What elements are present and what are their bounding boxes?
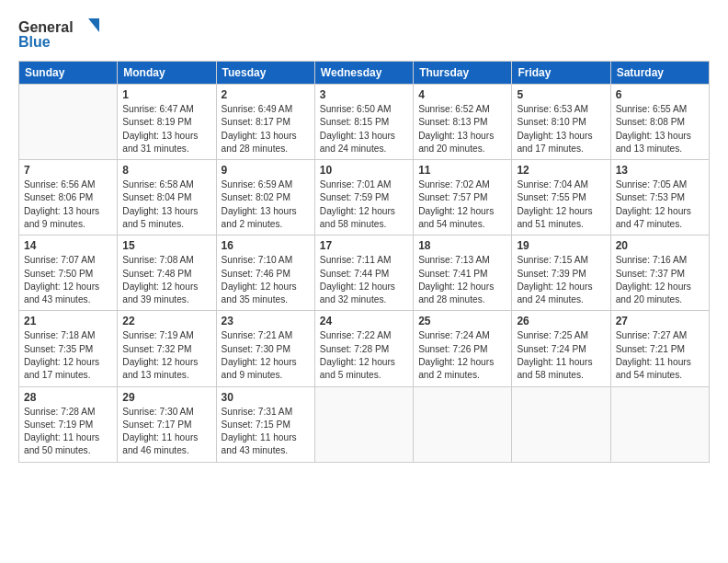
- calendar-cell: 3Sunrise: 6:50 AMSunset: 8:15 PMDaylight…: [314, 85, 413, 160]
- day-number: 14: [24, 239, 112, 252]
- day-info: Sunrise: 7:10 AMSunset: 7:46 PMDaylight:…: [222, 254, 310, 306]
- col-header-thursday: Thursday: [414, 62, 512, 85]
- calendar-cell: 11Sunrise: 7:02 AMSunset: 7:57 PMDayligh…: [414, 160, 512, 236]
- day-number: 15: [122, 239, 210, 252]
- day-number: 16: [222, 239, 310, 252]
- day-info: Sunrise: 6:59 AMSunset: 8:02 PMDaylight:…: [222, 178, 310, 231]
- calendar-cell: 14Sunrise: 7:07 AMSunset: 7:50 PMDayligh…: [19, 236, 118, 311]
- calendar-cell: [512, 386, 610, 462]
- day-number: 11: [418, 164, 506, 177]
- day-number: 7: [24, 164, 112, 177]
- day-number: 1: [122, 88, 210, 101]
- calendar-cell: 5Sunrise: 6:53 AMSunset: 8:10 PMDaylight…: [512, 85, 610, 160]
- day-info: Sunrise: 7:13 AMSunset: 7:41 PMDaylight:…: [418, 254, 506, 306]
- day-info: Sunrise: 7:04 AMSunset: 7:55 PMDaylight:…: [517, 178, 605, 231]
- day-info: Sunrise: 6:56 AMSunset: 8:06 PMDaylight:…: [24, 178, 112, 231]
- calendar-cell: 12Sunrise: 7:04 AMSunset: 7:55 PMDayligh…: [512, 160, 610, 236]
- calendar-cell: 10Sunrise: 7:01 AMSunset: 7:59 PMDayligh…: [314, 160, 413, 236]
- day-number: 6: [616, 88, 704, 101]
- day-number: 13: [616, 164, 704, 177]
- day-info: Sunrise: 7:15 AMSunset: 7:39 PMDaylight:…: [517, 254, 605, 306]
- day-info: Sunrise: 7:28 AMSunset: 7:19 PMDaylight:…: [24, 406, 112, 458]
- calendar-cell: 26Sunrise: 7:25 AMSunset: 7:24 PMDayligh…: [512, 311, 610, 386]
- calendar-cell: [19, 85, 118, 160]
- calendar-cell: 21Sunrise: 7:18 AMSunset: 7:35 PMDayligh…: [19, 311, 118, 386]
- svg-marker-1: [88, 18, 99, 32]
- calendar-cell: 4Sunrise: 6:52 AMSunset: 8:13 PMDaylight…: [414, 85, 512, 160]
- col-header-monday: Monday: [118, 62, 216, 85]
- calendar-cell: 24Sunrise: 7:22 AMSunset: 7:28 PMDayligh…: [314, 311, 413, 386]
- day-number: 30: [222, 391, 310, 404]
- col-header-sunday: Sunday: [19, 62, 118, 85]
- day-number: 27: [616, 315, 704, 327]
- day-info: Sunrise: 7:21 AMSunset: 7:30 PMDaylight:…: [222, 329, 310, 382]
- day-info: Sunrise: 6:58 AMSunset: 8:04 PMDaylight:…: [122, 178, 210, 231]
- calendar-cell: 6Sunrise: 6:55 AMSunset: 8:08 PMDaylight…: [610, 85, 709, 160]
- calendar-header-row: SundayMondayTuesdayWednesdayThursdayFrid…: [19, 62, 710, 85]
- day-number: 29: [122, 391, 210, 404]
- calendar-cell: 13Sunrise: 7:05 AMSunset: 7:53 PMDayligh…: [610, 160, 709, 236]
- calendar-cell: [314, 386, 413, 462]
- calendar-cell: 28Sunrise: 7:28 AMSunset: 7:19 PMDayligh…: [19, 386, 118, 462]
- calendar-cell: 25Sunrise: 7:24 AMSunset: 7:26 PMDayligh…: [414, 311, 512, 386]
- calendar-cell: 20Sunrise: 7:16 AMSunset: 7:37 PMDayligh…: [610, 236, 709, 311]
- day-info: Sunrise: 7:30 AMSunset: 7:17 PMDaylight:…: [122, 406, 210, 458]
- day-number: 2: [222, 88, 310, 101]
- day-number: 10: [320, 164, 408, 177]
- col-header-wednesday: Wednesday: [314, 62, 413, 85]
- svg-text:Blue: Blue: [18, 34, 51, 50]
- day-number: 4: [418, 88, 506, 101]
- calendar-cell: [414, 386, 512, 462]
- calendar-cell: 18Sunrise: 7:13 AMSunset: 7:41 PMDayligh…: [414, 236, 512, 311]
- day-info: Sunrise: 7:16 AMSunset: 7:37 PMDaylight:…: [616, 254, 704, 306]
- col-header-tuesday: Tuesday: [216, 62, 314, 85]
- day-info: Sunrise: 6:50 AMSunset: 8:15 PMDaylight:…: [320, 103, 408, 155]
- day-info: Sunrise: 7:25 AMSunset: 7:24 PMDaylight:…: [517, 329, 605, 382]
- calendar-cell: [610, 386, 709, 462]
- calendar-cell: 7Sunrise: 6:56 AMSunset: 8:06 PMDaylight…: [19, 160, 118, 236]
- day-number: 17: [320, 239, 408, 252]
- day-info: Sunrise: 7:08 AMSunset: 7:48 PMDaylight:…: [122, 254, 210, 306]
- day-info: Sunrise: 7:18 AMSunset: 7:35 PMDaylight:…: [24, 329, 112, 382]
- day-number: 5: [517, 88, 605, 101]
- day-info: Sunrise: 6:47 AMSunset: 8:19 PMDaylight:…: [122, 103, 210, 155]
- day-info: Sunrise: 7:05 AMSunset: 7:53 PMDaylight:…: [616, 178, 704, 231]
- calendar-cell: 9Sunrise: 6:59 AMSunset: 8:02 PMDaylight…: [216, 160, 314, 236]
- day-number: 26: [517, 315, 605, 327]
- col-header-friday: Friday: [512, 62, 610, 85]
- day-info: Sunrise: 7:27 AMSunset: 7:21 PMDaylight:…: [616, 329, 704, 382]
- page-header: General Blue: [18, 17, 710, 52]
- day-number: 3: [320, 88, 408, 101]
- day-number: 19: [517, 239, 605, 252]
- calendar-cell: 16Sunrise: 7:10 AMSunset: 7:46 PMDayligh…: [216, 236, 314, 311]
- day-info: Sunrise: 6:49 AMSunset: 8:17 PMDaylight:…: [222, 103, 310, 155]
- logo: General Blue: [18, 17, 101, 52]
- day-info: Sunrise: 6:53 AMSunset: 8:10 PMDaylight:…: [517, 103, 605, 155]
- day-number: 28: [24, 391, 112, 404]
- svg-text:General: General: [18, 19, 74, 35]
- calendar-cell: 8Sunrise: 6:58 AMSunset: 8:04 PMDaylight…: [118, 160, 216, 236]
- col-header-saturday: Saturday: [610, 62, 709, 85]
- calendar-cell: 29Sunrise: 7:30 AMSunset: 7:17 PMDayligh…: [118, 386, 216, 462]
- day-info: Sunrise: 6:52 AMSunset: 8:13 PMDaylight:…: [418, 103, 506, 155]
- day-info: Sunrise: 6:55 AMSunset: 8:08 PMDaylight:…: [616, 103, 704, 155]
- calendar-cell: 19Sunrise: 7:15 AMSunset: 7:39 PMDayligh…: [512, 236, 610, 311]
- day-number: 20: [616, 239, 704, 252]
- day-number: 22: [122, 315, 210, 327]
- calendar-cell: 15Sunrise: 7:08 AMSunset: 7:48 PMDayligh…: [118, 236, 216, 311]
- calendar-cell: 2Sunrise: 6:49 AMSunset: 8:17 PMDaylight…: [216, 85, 314, 160]
- day-info: Sunrise: 7:11 AMSunset: 7:44 PMDaylight:…: [320, 254, 408, 306]
- calendar-cell: 27Sunrise: 7:27 AMSunset: 7:21 PMDayligh…: [610, 311, 709, 386]
- day-number: 18: [418, 239, 506, 252]
- day-number: 24: [320, 315, 408, 327]
- day-info: Sunrise: 7:07 AMSunset: 7:50 PMDaylight:…: [24, 254, 112, 306]
- calendar-cell: 30Sunrise: 7:31 AMSunset: 7:15 PMDayligh…: [216, 386, 314, 462]
- calendar-table: SundayMondayTuesdayWednesdayThursdayFrid…: [18, 61, 710, 463]
- calendar-cell: 17Sunrise: 7:11 AMSunset: 7:44 PMDayligh…: [314, 236, 413, 311]
- day-number: 9: [222, 164, 310, 177]
- day-info: Sunrise: 7:01 AMSunset: 7:59 PMDaylight:…: [320, 178, 408, 231]
- day-number: 12: [517, 164, 605, 177]
- calendar-cell: 1Sunrise: 6:47 AMSunset: 8:19 PMDaylight…: [118, 85, 216, 160]
- day-info: Sunrise: 7:31 AMSunset: 7:15 PMDaylight:…: [222, 406, 310, 458]
- calendar-cell: 22Sunrise: 7:19 AMSunset: 7:32 PMDayligh…: [118, 311, 216, 386]
